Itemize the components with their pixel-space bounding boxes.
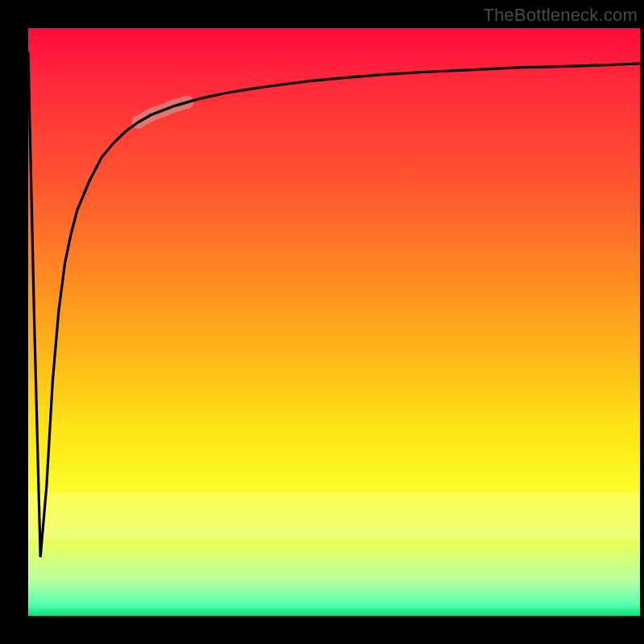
chart-svg xyxy=(28,28,640,616)
attribution-text: TheBottleneck.com xyxy=(483,5,638,26)
curve-path xyxy=(28,52,640,557)
chart-frame: TheBottleneck.com xyxy=(0,0,644,644)
chart-plot-area xyxy=(28,28,640,616)
